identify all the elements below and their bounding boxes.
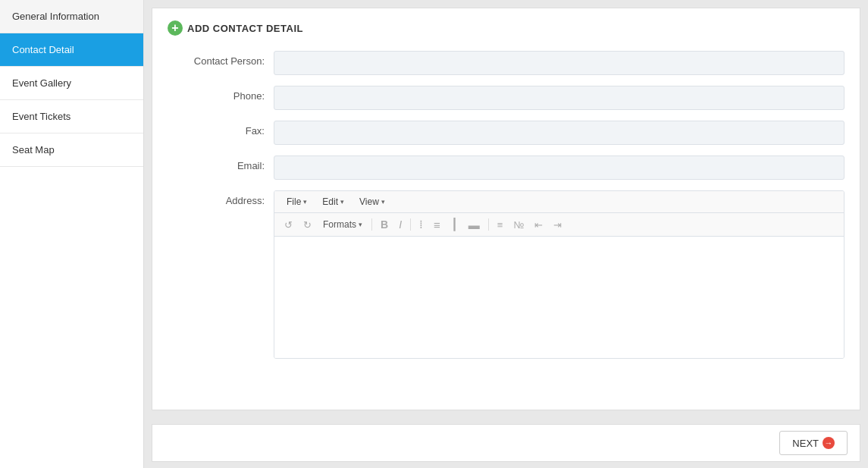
main-area: + ADD CONTACT DETAIL Contact Person: Pho… [144, 0, 868, 468]
justify-icon: ▬ [468, 218, 480, 231]
italic-button[interactable]: I [395, 217, 406, 232]
bullet-list-icon: ≡ [497, 219, 503, 231]
outdent-icon: ⇤ [534, 219, 543, 231]
editor-toolbar: ↺ ↻ Formats ▾ B I [274, 213, 844, 237]
toolbar-separator-3 [488, 218, 489, 231]
sidebar-item-general-information[interactable]: General Information [0, 0, 143, 33]
section-title: ADD CONTACT DETAIL [187, 23, 303, 34]
file-chevron-icon: ▾ [303, 198, 307, 206]
align-left-button[interactable]: ⁞ [415, 216, 427, 233]
editor-menubar: File ▾ Edit ▾ View ▾ [274, 191, 844, 213]
phone-input[interactable] [274, 86, 844, 110]
sidebar-item-label: Seat Map [12, 144, 55, 155]
bold-button[interactable]: B [377, 217, 392, 232]
sidebar-item-label: General Information [12, 11, 99, 22]
toolbar-separator-2 [410, 218, 411, 231]
italic-icon: I [399, 218, 402, 231]
phone-label: Phone: [168, 86, 274, 102]
undo-icon: ↺ [284, 219, 293, 231]
sidebar: General Information Contact Detail Event… [0, 0, 144, 468]
fax-input[interactable] [274, 121, 844, 145]
section-header: + ADD CONTACT DETAIL [168, 20, 844, 36]
next-button[interactable]: NEXT → [779, 431, 848, 455]
phone-row: Phone: [168, 86, 844, 110]
view-chevron-icon: ▾ [381, 198, 385, 206]
email-label: Email: [168, 155, 274, 171]
content-area: + ADD CONTACT DETAIL Contact Person: Pho… [152, 8, 860, 410]
toolbar-separator-1 [371, 218, 372, 231]
numbered-list-icon: № [513, 219, 524, 231]
outdent-button[interactable]: ⇤ [531, 218, 547, 232]
contact-person-label: Contact Person: [168, 51, 274, 67]
sidebar-item-label: Event Gallery [12, 77, 71, 89]
bottom-bar-outer: NEXT → [144, 418, 868, 468]
fax-row: Fax: [168, 121, 844, 145]
address-row: Address: File ▾ Edit ▾ View ▾ [168, 190, 844, 359]
undo-button[interactable]: ↺ [280, 218, 296, 232]
sidebar-item-label: Event Tickets [12, 111, 71, 122]
sidebar-item-event-gallery[interactable]: Event Gallery [0, 67, 143, 100]
align-left-icon: ⁞ [419, 218, 423, 231]
editor-edit-menu[interactable]: Edit ▾ [316, 194, 350, 209]
editor-file-menu[interactable]: File ▾ [280, 194, 313, 209]
align-center-icon: ≡ [434, 218, 440, 231]
next-arrow-icon: → [823, 437, 835, 449]
sidebar-item-seat-map[interactable]: Seat Map [0, 133, 143, 167]
bold-icon: B [381, 218, 388, 231]
address-label: Address: [168, 190, 274, 206]
indent-icon: ⇥ [553, 219, 562, 231]
sidebar-item-event-tickets[interactable]: Event Tickets [0, 100, 143, 133]
bottom-bar: NEXT → [152, 424, 860, 462]
contact-person-input[interactable] [274, 51, 844, 75]
add-contact-icon[interactable]: + [168, 20, 183, 36]
align-right-icon: ┃ [451, 218, 458, 231]
numbered-list-button[interactable]: № [509, 218, 528, 232]
next-button-label: NEXT [792, 438, 819, 449]
indent-button[interactable]: ⇥ [550, 218, 566, 232]
edit-chevron-icon: ▾ [340, 198, 344, 206]
address-editor-body[interactable] [274, 237, 844, 358]
contact-person-row: Contact Person: [168, 51, 844, 75]
redo-icon: ↻ [303, 219, 312, 231]
email-input[interactable] [274, 155, 844, 180]
formats-dropdown[interactable]: Formats ▾ [318, 218, 367, 231]
sidebar-item-label: Contact Detail [12, 44, 74, 55]
bullet-list-button[interactable]: ≡ [494, 218, 507, 232]
justify-button[interactable]: ▬ [465, 217, 484, 233]
address-editor: File ▾ Edit ▾ View ▾ ↺ [274, 190, 844, 359]
redo-button[interactable]: ↻ [299, 218, 315, 232]
align-center-button[interactable]: ≡ [430, 217, 444, 233]
sidebar-item-contact-detail[interactable]: Contact Detail [0, 33, 143, 67]
email-row: Email: [168, 155, 844, 180]
fax-label: Fax: [168, 121, 274, 137]
editor-view-menu[interactable]: View ▾ [353, 194, 391, 209]
formats-chevron-icon: ▾ [359, 221, 362, 228]
align-right-button[interactable]: ┃ [447, 216, 462, 233]
